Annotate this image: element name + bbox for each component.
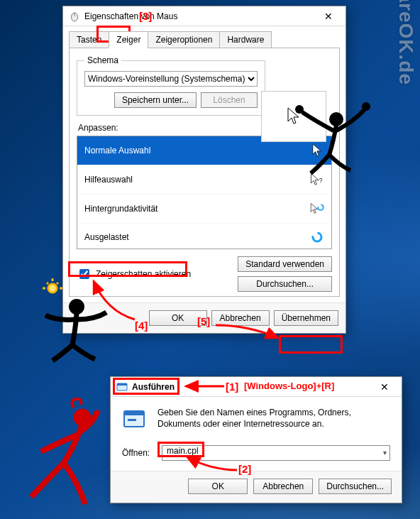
schema-legend: Schema [84, 55, 121, 65]
svg-text:?: ? [319, 177, 323, 184]
tab-tasten[interactable]: Tasten [69, 31, 109, 48]
run-big-icon [122, 407, 148, 432]
run-ok-button[interactable]: OK [188, 479, 248, 494]
tab-hardware[interactable]: Hardware [219, 31, 272, 48]
save-as-button[interactable]: Speichern unter... [114, 92, 197, 108]
run-browse-button[interactable]: Durchsuchen... [319, 479, 392, 494]
open-label: Öffnen: [122, 448, 155, 458]
svg-point-3 [318, 204, 324, 210]
chevron-down-icon: ▾ [383, 449, 387, 457]
run-description: Geben Sie den Namen eines Programms, Ord… [158, 407, 390, 432]
list-item-label: Hilfeauswahl [84, 175, 133, 185]
cancel-button[interactable]: Abbrechen [211, 310, 270, 326]
svg-point-12 [362, 102, 370, 111]
run-icon [116, 381, 128, 393]
svg-point-4 [313, 233, 321, 241]
apply-button[interactable]: Übernehmen [274, 310, 338, 326]
run-titlebar[interactable]: Ausführen ✕ [111, 377, 402, 397]
shadow-checkbox-label: Zeigerschatten aktivieren [96, 269, 191, 279]
delete-button: Löschen [201, 92, 258, 108]
list-item[interactable]: Ausgelastet [77, 224, 331, 249]
list-item[interactable]: Hintergrundaktivität [77, 195, 331, 224]
run-cancel-button[interactable]: Abbrechen [253, 479, 313, 494]
run-button-row: OK Abbrechen Durchsuchen... [111, 471, 402, 503]
schema-group: Schema Windows-Voreinstellung (Systemsch… [77, 55, 265, 116]
mouse-title: Eigenschaften von Maus [84, 11, 314, 21]
list-item-label: Normale Auswahl [84, 146, 150, 155]
svg-point-10 [329, 112, 343, 126]
close-button[interactable]: ✕ [314, 9, 343, 23]
shadow-checkbox[interactable] [79, 269, 89, 279]
tab-zeiger[interactable]: Zeiger [109, 31, 148, 48]
mouse-titlebar[interactable]: Eigenschaften von Maus ✕ [63, 6, 346, 26]
mouse-icon [69, 11, 80, 22]
cursor-spinner-icon [310, 202, 324, 216]
open-combobox[interactable]: main.cpl ▾ [162, 445, 390, 461]
svg-rect-6 [117, 383, 127, 386]
open-value: main.cpl [167, 446, 199, 456]
svg-point-14 [48, 284, 57, 293]
run-body: Geben Sie den Namen eines Programms, Ord… [111, 397, 402, 471]
stickfigure-hanging [287, 99, 372, 177]
svg-line-19 [57, 283, 58, 284]
close-button[interactable]: ✕ [370, 380, 399, 394]
use-default-button[interactable]: Standard verwenden [238, 256, 332, 272]
list-item-label: Hintergrundaktivität [84, 204, 158, 214]
schema-select[interactable]: Windows-Voreinstellung (Systemschema) [84, 71, 258, 87]
svg-line-18 [47, 283, 48, 284]
stickfigure-idea [33, 278, 118, 364]
stickfigure-red [14, 398, 121, 511]
svg-point-11 [295, 105, 304, 114]
svg-rect-8 [124, 411, 144, 415]
spinner-icon [310, 231, 324, 244]
svg-rect-9 [128, 419, 136, 421]
browse-cursor-button[interactable]: Durchsuchen... [238, 276, 332, 292]
run-title: Ausführen [132, 382, 370, 392]
list-item-label: Ausgelastet [84, 232, 129, 242]
tab-strip: Tasten Zeiger Zeigeroptionen Hardware [63, 26, 346, 48]
svg-point-13 [69, 299, 84, 315]
run-window: Ausführen ✕ Geben Sie den Namen eines Pr… [110, 376, 402, 503]
tab-zeigeroptionen[interactable]: Zeigeroptionen [148, 31, 220, 48]
ok-button[interactable]: OK [149, 310, 207, 326]
